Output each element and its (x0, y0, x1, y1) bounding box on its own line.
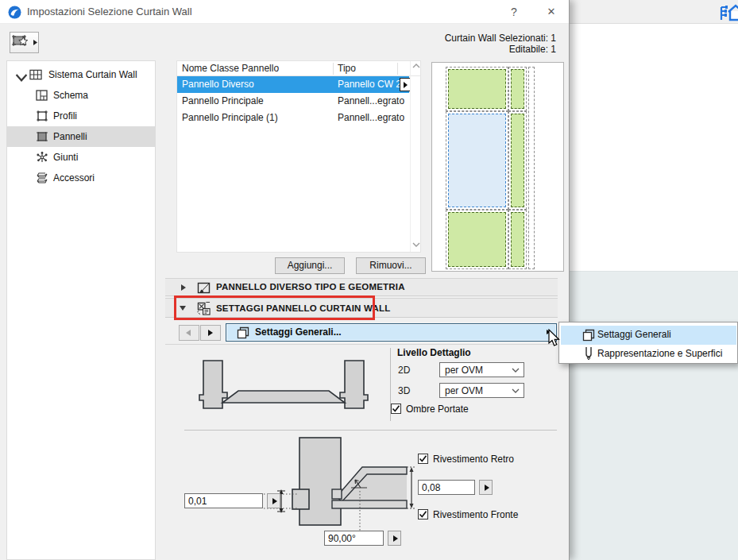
background-canvas-lower (569, 271, 738, 560)
angle-input[interactable] (324, 531, 384, 546)
front-coating-checkbox[interactable] (418, 509, 428, 519)
home-icon[interactable] (719, 2, 738, 21)
preview-panel-green (448, 212, 506, 267)
edge-offset-flyout-button[interactable] (267, 493, 280, 508)
table-row[interactable]: Pannello Diverso Pannello CW 24 (177, 76, 409, 93)
highlight-box (174, 295, 375, 320)
background-toolbar (569, 0, 738, 24)
profili-icon (36, 110, 48, 122)
chevron-down-icon (512, 388, 520, 393)
column-divider[interactable] (397, 63, 398, 75)
sidebar-item-accessori[interactable]: Accessori (7, 168, 155, 188)
geometry-section-icon (197, 281, 211, 295)
cell-type: Pannell...egrato (338, 110, 404, 126)
menu-item-settaggi-generali[interactable]: Settaggi Generali (561, 326, 736, 345)
chevron-down-icon (512, 368, 520, 373)
schema-icon (36, 89, 48, 102)
panel-joint-diagram (262, 435, 421, 540)
table-row[interactable]: Pannello Principale (1) Pannell...egrato (177, 110, 409, 126)
sidebar-item-pannelli[interactable]: Pannelli (7, 126, 155, 147)
sidebar-item-sistema-curtain-wall[interactable]: Sistema Curtain Wall (7, 64, 155, 85)
cell-type: Pannello CW 24 (338, 76, 407, 93)
check-icon (392, 404, 400, 413)
settings-context-menu: Settaggi Generali Rappresentazione e Sup… (558, 322, 738, 364)
shadows-checkbox[interactable] (391, 404, 401, 414)
table-row[interactable]: Pannello Principale Pannell...egrato (177, 93, 409, 110)
row-flyout-button[interactable] (400, 78, 411, 91)
scroll-up-icon[interactable] (412, 64, 420, 68)
front-coating-label: Rivestimento Fronte (433, 509, 518, 520)
column-header-name[interactable]: Nome Classe Pannello (182, 63, 279, 74)
app-logo-icon (8, 6, 21, 19)
menu-item-rappresentazione[interactable]: Rappresentazione e Superfici (561, 345, 736, 362)
dialog-titlebar[interactable]: Impostazioni Selezione Curtain Wall ? ✕ (0, 0, 569, 24)
preview-panel-selected (448, 114, 506, 207)
panel-section-diagram (184, 353, 383, 423)
mouse-cursor (547, 329, 560, 349)
panel-class-table: Nome Classe Pannello Tipo Pannello Diver… (176, 60, 421, 253)
column-divider[interactable] (333, 63, 334, 75)
check-icon (419, 510, 427, 519)
cell-type: Pannell...egrato (338, 93, 404, 110)
divider (165, 344, 558, 345)
favorites-button[interactable] (10, 32, 39, 53)
status-editable: Editabile: 1 (318, 44, 556, 55)
section-geometry[interactable]: PANNELLO DIVERSO TIPO E GEOMETRIA (165, 278, 558, 296)
current-page-label: Settaggi Generali... (255, 326, 342, 338)
angle-flyout-button[interactable] (388, 531, 401, 546)
preview-frame-edge (528, 67, 535, 269)
menu-item-label: Rappresentazione e Superfici (597, 348, 722, 359)
table-scrollbar[interactable] (410, 61, 421, 252)
detail-level-title: Livello Dettaglio (397, 347, 471, 358)
dialog-title: Impostazioni Selezione Curtain Wall (27, 0, 192, 24)
pannelli-icon (36, 130, 48, 143)
curtain-wall-preview[interactable] (431, 62, 564, 272)
status-selected: Curtain Wall Selezionati: 1 (318, 33, 556, 44)
panel-page-icon (582, 329, 595, 342)
preview-panel-green (511, 114, 524, 207)
background-canvas-upper (569, 25, 738, 271)
detail-2d-dropdown[interactable]: per OVM (439, 362, 524, 377)
help-button[interactable]: ? (500, 0, 527, 24)
screen: Impostazioni Selezione Curtain Wall ? ✕ … (0, 0, 738, 560)
column-header-type[interactable]: Tipo (338, 63, 356, 74)
sidebar-item-schema[interactable]: Schema (7, 85, 155, 106)
back-coating-label: Rivestimento Retro (433, 454, 514, 465)
dropdown-value: per OVM (445, 365, 483, 376)
sidebar-tree: Sistema Curtain Wall Schema Profili (6, 60, 156, 560)
nav-forward-button[interactable] (200, 325, 221, 341)
giunti-icon (36, 151, 48, 164)
surface-pen-icon (584, 346, 593, 361)
cell-name: Pannello Principale (182, 93, 264, 110)
cell-name: Pannello Principale (1) (182, 110, 278, 126)
remove-button[interactable]: Rimuovi... (356, 257, 426, 274)
add-button[interactable]: Aggiungi... (275, 257, 345, 274)
check-icon (419, 454, 427, 463)
scroll-down-icon[interactable] (412, 242, 420, 247)
panel-page-icon (237, 326, 249, 339)
curtain-wall-system-icon (29, 68, 42, 81)
divider (184, 430, 557, 431)
close-button[interactable]: ✕ (538, 0, 565, 24)
coating-thickness-flyout-button[interactable] (479, 480, 493, 495)
favorites-icon (10, 33, 38, 52)
dropdown-value: per OVM (445, 385, 483, 396)
coating-thickness-input[interactable] (418, 480, 475, 495)
settings-page-selector[interactable]: Settaggi Generali... (226, 323, 557, 342)
sidebar-item-profili[interactable]: Profili (7, 106, 155, 126)
preview-panel-green (511, 212, 524, 267)
cell-name: Pannello Diverso (182, 76, 254, 93)
curtain-wall-settings-dialog: Impostazioni Selezione Curtain Wall ? ✕ … (0, 0, 570, 560)
shadows-label: Ombre Portate (406, 404, 469, 415)
menu-item-label: Settaggi Generali (597, 329, 671, 340)
accessori-icon (36, 172, 48, 184)
preview-panel-green (448, 69, 506, 109)
nav-back-button[interactable] (179, 325, 199, 341)
expander-closed-icon[interactable] (181, 284, 186, 291)
detail-3d-dropdown[interactable]: per OVM (439, 383, 524, 398)
sidebar-item-giunti[interactable]: Giunti (7, 147, 155, 168)
chevron-down-icon[interactable] (15, 71, 28, 84)
edge-offset-input[interactable] (184, 493, 263, 508)
table-header[interactable]: Nome Classe Pannello Tipo (177, 61, 420, 76)
back-coating-checkbox[interactable] (418, 454, 428, 464)
